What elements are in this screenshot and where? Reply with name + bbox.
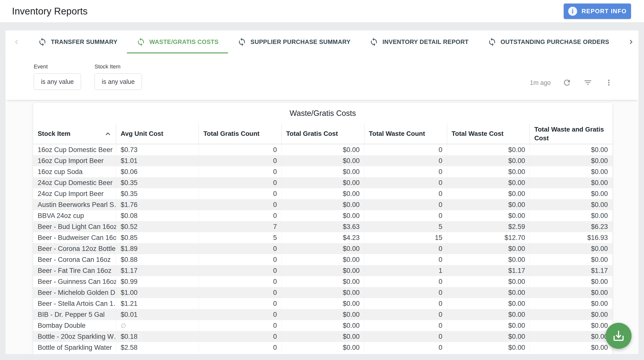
column-header-avg-unit-cost[interactable]: Avg Unit Cost <box>116 124 199 144</box>
column-header-total-waste-count[interactable]: Total Waste Count <box>364 124 447 144</box>
table-cell: Beer - Michelob Golden D… <box>33 287 116 298</box>
table-row[interactable]: 16oz Cup Import Beer$1.010$0.000$0.00$0.… <box>33 155 612 166</box>
table-cell: $0.00 <box>530 166 612 177</box>
table-cell: $0.00 <box>281 177 364 188</box>
table-row[interactable]: 16oz Cup Domestic Beer$0.730$0.000$0.00$… <box>33 144 612 155</box>
tab-supplier-purchase-summary[interactable]: SUPPLIER PURCHASE SUMMARY <box>228 31 360 54</box>
filter-group-event: Eventis any value <box>34 63 81 100</box>
table-cell: 0 <box>198 243 281 254</box>
table-cell: $0.00 <box>281 342 364 353</box>
table-cell: 16oz cup Soda <box>33 166 116 177</box>
table-cell: $0.00 <box>447 331 530 342</box>
table-cell: $0.00 <box>447 298 530 309</box>
table-row[interactable]: Austin Beerworks Pearl S…$1.760$0.000$0.… <box>33 199 612 210</box>
table-cell: 0 <box>364 320 447 331</box>
column-header-total-gratis-cost[interactable]: Total Gratis Cost <box>281 124 364 144</box>
table-cell: $0.00 <box>530 144 612 155</box>
tab-transfer-summary[interactable]: TRANSFER SUMMARY <box>28 31 127 54</box>
table-cell: $0.00 <box>530 298 612 309</box>
tab-outstanding-purchase-orders[interactable]: OUTSTANDING PURCHASE ORDERS <box>478 31 619 54</box>
table-cell: $0.52 <box>116 221 199 232</box>
refresh-button[interactable] <box>562 78 572 87</box>
table-cell: $0.00 <box>530 331 612 342</box>
filter-toggle-button[interactable] <box>583 78 592 87</box>
table-cell: 0 <box>364 188 447 199</box>
table-cell: $0.00 <box>447 243 530 254</box>
table-cell: $0.00 <box>530 210 612 221</box>
table-cell: $4.23 <box>281 232 364 243</box>
table-cell: $0.85 <box>116 232 199 243</box>
table-row[interactable]: Bottle - 20oz Sparkling W…$0.180$0.000$0… <box>33 331 612 342</box>
table-cell: $0.00 <box>447 210 530 221</box>
table-title: Waste/Gratis Costs <box>290 109 356 118</box>
table-row[interactable]: Beer - Corona 12oz Bottle$1.890$0.000$0.… <box>33 243 612 254</box>
table-cell: Beer - Fat Tire Can 16oz <box>33 265 116 276</box>
table-row[interactable]: Beer - Stella Artois Can 1…$1.210$0.000$… <box>33 298 612 309</box>
table-cell: $0.00 <box>530 254 612 265</box>
table-cell: 0 <box>198 254 281 265</box>
table-row[interactable]: Beer - Guinness Can 16oz$0.990$0.000$0.0… <box>33 276 612 287</box>
filter-value-dropdown[interactable]: is any value <box>94 73 142 90</box>
table-cell: $0.00 <box>530 342 612 353</box>
table-row[interactable]: 24oz Cup Import Beer$0.350$0.000$0.00$0.… <box>33 188 612 199</box>
filter-bar: Eventis any valueStock Itemis any value … <box>6 54 638 100</box>
tab-waste-gratis-costs[interactable]: WASTE/GRATIS COSTS <box>127 31 228 54</box>
table-card: Waste/Gratis Costs Stock ItemAvg Unit Co… <box>33 103 612 354</box>
column-header-total-waste-cost[interactable]: Total Waste Cost <box>447 124 530 144</box>
chevron-left-icon <box>12 38 21 46</box>
table-cell: 16oz Cup Import Beer <box>33 155 116 166</box>
tab-label: WASTE/GRATIS COSTS <box>150 39 218 46</box>
table-body: 16oz Cup Domestic Beer$0.730$0.000$0.00$… <box>33 144 612 354</box>
column-header-stock-item[interactable]: Stock Item <box>33 124 116 144</box>
column-header-total-gratis-count[interactable]: Total Gratis Count <box>198 124 281 144</box>
table-cell: $0.06 <box>116 166 199 177</box>
table-cell: $1.01 <box>116 155 199 166</box>
tabs-scroll-right-button[interactable] <box>626 37 636 47</box>
column-header-label: Avg Unit Cost <box>121 129 163 138</box>
table-cell: 0 <box>364 309 447 320</box>
tab-inventory-detail-report[interactable]: INVENTORY DETAIL REPORT <box>360 31 478 54</box>
table-row[interactable]: Beer - Budweiser Can 16oz$0.855$4.2315$1… <box>33 232 612 243</box>
table-cell: $0.00 <box>281 254 364 265</box>
table-cell: $0.00 <box>281 265 364 276</box>
filter-group-stock-item: Stock Itemis any value <box>94 63 142 100</box>
more-options-button[interactable] <box>604 78 614 87</box>
column-header-label: Stock Item <box>38 129 70 138</box>
table-row[interactable]: Beer - Bud Light Can 16oz$0.527$3.635$2.… <box>33 221 612 232</box>
table-row[interactable]: Bottle of Sparkling Water$2.580$0.000$0.… <box>33 342 612 353</box>
filter-value-dropdown[interactable]: is any value <box>34 73 81 90</box>
table-cell: $0.00 <box>447 276 530 287</box>
table-cell: Beer - Bud Light Can 16oz <box>33 221 116 232</box>
table-row[interactable]: 16oz cup Soda$0.060$0.000$0.00$0.00 <box>33 166 612 177</box>
table-cell: 1 <box>364 265 447 276</box>
table-cell: $0.00 <box>281 276 364 287</box>
table-row[interactable]: BIB - Dr. Pepper 5 Gal$0.010$0.000$0.00$… <box>33 309 612 320</box>
table-cell: 0 <box>198 298 281 309</box>
table-cell: $1.17 <box>116 265 199 276</box>
table-cell: $0.00 <box>530 276 612 287</box>
report-info-button[interactable]: i REPORT INFO <box>564 4 631 19</box>
table-row[interactable]: 24oz Cup Domestic Beer$0.350$0.000$0.00$… <box>33 177 612 188</box>
table-cell: $0.99 <box>116 276 199 287</box>
download-button[interactable] <box>606 323 632 349</box>
table-cell: 0 <box>198 276 281 287</box>
column-header-total-waste-and-gratis-cost[interactable]: Total Waste and Gratis Cost <box>530 124 612 144</box>
table-cell: 0 <box>198 188 281 199</box>
table-cell: 0 <box>198 342 281 353</box>
table-cell: $0.00 <box>281 155 364 166</box>
table-row[interactable]: Beer - Michelob Golden D…$1.000$0.000$0.… <box>33 287 612 298</box>
tabs-scroll-left-button[interactable] <box>12 37 22 47</box>
table-cell: 0 <box>364 331 447 342</box>
tab-label: INVENTORY DETAIL REPORT <box>382 39 468 46</box>
table-cell: 15 <box>364 232 447 243</box>
table-row[interactable]: Beer - Corona Can 16oz$0.880$0.000$0.00$… <box>33 254 612 265</box>
table-cell: Beer - Guinness Can 16oz <box>33 276 116 287</box>
table-row[interactable]: Bombay Double∅0$0.000$0.00$0.00 <box>33 320 612 331</box>
tab-ri[interactable]: RI <box>618 31 622 54</box>
table-cell: Austin Beerworks Pearl S… <box>33 199 116 210</box>
table-cell: $1.00 <box>116 287 199 298</box>
table-row[interactable]: Beer - Fat Tire Can 16oz$1.170$0.001$1.1… <box>33 265 612 276</box>
table-cell: 0 <box>198 144 281 155</box>
table-row[interactable]: BBVA 24oz cup$0.080$0.000$0.00$0.00 <box>33 210 612 221</box>
table-cell: $0.00 <box>530 243 612 254</box>
